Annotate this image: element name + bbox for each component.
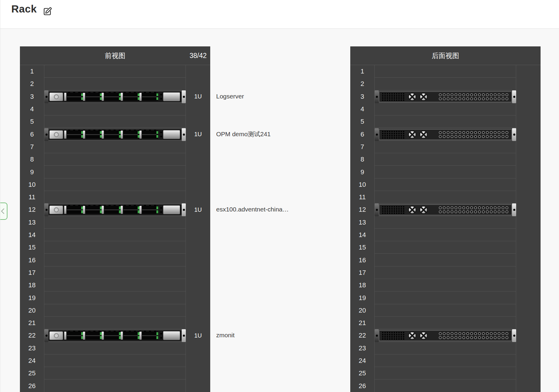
rack-slot (44, 65, 186, 78)
unit-number: 2 (350, 78, 374, 90)
unit-number: 8 (20, 153, 44, 166)
device-name-label[interactable]: zmonit (216, 329, 235, 341)
unit-number: 3 (20, 90, 44, 103)
optical-drive (49, 331, 63, 340)
topbar: Rack (0, 0, 559, 29)
unit-number: 14 (350, 229, 374, 241)
rack-ear-left (375, 128, 379, 141)
server-device-front[interactable] (44, 203, 186, 216)
server-rear-chassis (379, 129, 512, 140)
unit-number: 9 (350, 166, 374, 178)
rack-slot (44, 229, 186, 241)
vent-holes (382, 206, 405, 214)
rear-rack-header: 后面视图 (350, 46, 541, 65)
unit-number: 1 (20, 65, 44, 78)
port-grid (438, 332, 509, 340)
rack-slot (374, 380, 516, 392)
fan-icon (408, 93, 416, 101)
unit-number: 17 (350, 266, 374, 279)
unit-number: 9 (20, 166, 44, 178)
server-device-rear[interactable] (375, 90, 516, 103)
unit-number: 16 (350, 254, 374, 266)
rack-ear-left (44, 203, 48, 216)
rack-slot (44, 291, 186, 304)
unit-number: 11 (20, 191, 44, 203)
rack-slot (44, 241, 186, 254)
screw-dots (159, 330, 163, 341)
rack-ear-right (182, 203, 186, 216)
server-rear-chassis (379, 330, 512, 341)
rack-slot (374, 178, 516, 191)
unit-number: 11 (350, 191, 374, 203)
edit-rack-button[interactable] (42, 6, 53, 17)
unit-number: 23 (350, 342, 374, 355)
rack-slot (44, 279, 186, 291)
rack-ear-left (375, 90, 379, 103)
unit-number: 24 (350, 355, 374, 367)
front-rack-usage-counter: 38/42 (189, 46, 207, 65)
blank-panel (163, 331, 180, 340)
server-device-front[interactable] (44, 329, 186, 342)
rack-view-page: Rack 前视图 38/42 1234567891011121314151617… (0, 0, 559, 392)
rack-slot (374, 254, 516, 266)
drive-bays (64, 332, 158, 340)
rack-slot (44, 304, 186, 317)
unit-number: 3 (350, 90, 374, 103)
rack-slot (374, 317, 516, 329)
rack-slot (374, 241, 516, 254)
server-front-chassis (48, 330, 182, 341)
drive-bays (64, 131, 158, 139)
rack-ear-right (512, 90, 516, 103)
device-name-label[interactable]: esx100.adventnet-china… (216, 203, 289, 216)
front-view-rack: 前视图 38/42 123456789101112131415161718192… (20, 46, 210, 392)
rack-ear-right (182, 128, 186, 141)
unit-number: 4 (350, 103, 374, 115)
rack-slot (374, 115, 516, 128)
rack-slot (44, 141, 186, 153)
unit-number: 6 (350, 128, 374, 141)
unit-number: 26 (20, 380, 44, 392)
unit-number: 15 (20, 241, 44, 254)
blank-panel (163, 130, 180, 139)
device-name-label[interactable]: Logserver (216, 90, 244, 103)
rack-slot (374, 266, 516, 279)
front-rack-header: 前视图 38/42 (20, 46, 210, 65)
rack-slot (44, 254, 186, 266)
rear-rack-body: 1234567891011121314151617181920212223242… (350, 65, 541, 392)
rack-slot (374, 191, 516, 203)
vent-holes (382, 131, 405, 139)
rack-slot (44, 153, 186, 166)
unit-number: 19 (350, 291, 374, 304)
unit-number: 13 (350, 216, 374, 229)
rack-slot (374, 141, 516, 153)
rack-slot (374, 229, 516, 241)
server-device-rear[interactable] (375, 128, 516, 141)
unit-number: 13 (20, 216, 44, 229)
fan-icon (420, 131, 428, 139)
rack-slot (44, 317, 186, 329)
rack-slot (374, 355, 516, 367)
unit-number: 6 (20, 128, 44, 141)
vent-holes (382, 332, 405, 340)
server-device-rear[interactable] (375, 329, 516, 342)
screw-dots (159, 92, 163, 102)
server-device-rear[interactable] (375, 203, 516, 216)
server-device-front[interactable] (44, 128, 186, 141)
unit-number: 7 (20, 141, 44, 153)
rack-slot (44, 367, 186, 380)
server-device-front[interactable] (44, 90, 186, 103)
unit-number: 8 (350, 153, 374, 166)
unit-number: 25 (350, 367, 374, 380)
device-name-label[interactable]: OPM demo测试241 (216, 128, 271, 140)
rack-slot (374, 367, 516, 380)
rack-slot (44, 115, 186, 128)
unit-number: 23 (20, 342, 44, 355)
rack-slot (44, 103, 186, 115)
rear-rack-title: 后面视图 (350, 46, 541, 65)
unit-number: 25 (20, 367, 44, 380)
port-grid (438, 206, 509, 214)
port-grid (438, 93, 509, 101)
fan-icon (420, 206, 428, 214)
collapse-panel-button[interactable] (0, 203, 7, 220)
rack-ear-right (512, 128, 516, 141)
